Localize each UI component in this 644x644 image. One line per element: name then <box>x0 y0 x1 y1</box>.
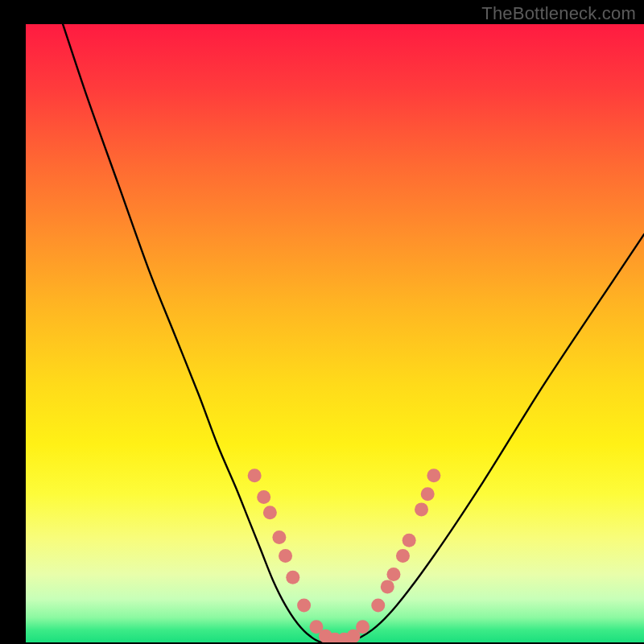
highlight-dot <box>427 469 440 482</box>
highlight-dot <box>356 620 369 634</box>
highlight-dot <box>381 580 394 593</box>
highlight-dot <box>386 568 400 581</box>
highlight-dot <box>272 530 286 544</box>
chart-frame: TheBottleneck.com <box>0 0 644 644</box>
curve-layer <box>26 24 644 642</box>
highlight-dot <box>371 598 385 612</box>
highlight-dot <box>415 502 428 516</box>
highlight-dot <box>286 571 299 584</box>
highlight-dot <box>396 549 410 563</box>
highlight-dot <box>421 487 435 501</box>
highlight-dot <box>263 506 277 519</box>
plot-area <box>26 24 644 642</box>
watermark-text: TheBottleneck.com <box>481 3 636 24</box>
bottleneck-curve <box>63 24 644 642</box>
highlight-dot <box>248 469 262 482</box>
highlight-dots <box>248 469 441 642</box>
highlight-dot <box>257 490 270 504</box>
highlight-dot <box>279 549 292 563</box>
highlight-dot <box>297 598 311 612</box>
highlight-dot <box>402 534 416 547</box>
